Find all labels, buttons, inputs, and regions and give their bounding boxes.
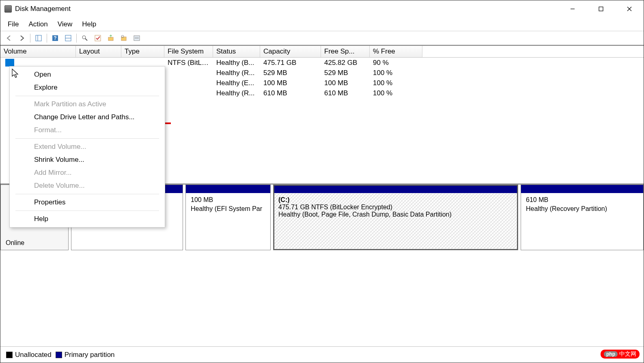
- separator: [76, 34, 77, 43]
- ctx-add-mirror: Add Mirror...: [10, 166, 165, 179]
- menu-help[interactable]: Help: [78, 19, 100, 30]
- cell-freesp: 425.82 GB: [321, 59, 370, 67]
- col-capacity[interactable]: Capacity: [260, 46, 321, 57]
- ctx-change-letter[interactable]: Change Drive Letter and Paths...: [10, 111, 165, 124]
- disk-status: Online: [6, 239, 63, 247]
- partition-size: 610 MB: [526, 196, 638, 205]
- legend-unallocated: Unallocated: [6, 351, 52, 359]
- col-status[interactable]: Status: [213, 46, 260, 57]
- ctx-mark-active: Mark Partition as Active: [10, 98, 165, 111]
- swatch-primary-icon: [56, 352, 62, 358]
- cell-pctfree: 100 %: [370, 79, 422, 87]
- titlebar: Disk Management: [0, 0, 644, 17]
- partition-title: (C:): [278, 196, 513, 204]
- partition-stripe: [521, 185, 643, 193]
- menu-action[interactable]: Action: [24, 19, 52, 30]
- svg-rect-1: [599, 7, 603, 11]
- cell-status: Healthy (B...: [213, 59, 260, 67]
- svg-rect-13: [108, 37, 113, 41]
- legend-primary: Primary partition: [56, 351, 115, 359]
- partition-health: Healthy (Boot, Page File, Crash Dump, Ba…: [278, 211, 513, 218]
- partition-recovery-2[interactable]: 610 MB Healthy (Recovery Partition): [521, 185, 644, 250]
- cell-volume: [0, 59, 76, 67]
- cell-capacity: 475.71 GB: [260, 59, 321, 67]
- cursor-icon: [12, 69, 20, 81]
- partition-health: Healthy (EFI System Par: [191, 205, 265, 213]
- panel-icon[interactable]: [62, 32, 74, 44]
- window-controls: [558, 0, 644, 17]
- col-pctfree[interactable]: % Free: [370, 46, 422, 57]
- cell-freesp: 100 MB: [321, 79, 370, 87]
- cell-capacity: 529 MB: [260, 69, 321, 77]
- partition-c-drive[interactable]: (C:) 475.71 GB NTFS (BitLocker Encrypted…: [273, 185, 518, 250]
- partition-size: 100 MB: [191, 196, 265, 205]
- cell-status: Healthy (R...: [213, 69, 260, 77]
- col-freesp[interactable]: Free Sp...: [321, 46, 370, 57]
- partition-efi[interactable]: 100 MB Healthy (EFI System Par: [185, 185, 271, 250]
- svg-line-11: [85, 39, 87, 41]
- watermark-badge: php: [604, 351, 618, 357]
- col-type[interactable]: Type: [121, 46, 164, 57]
- ctx-separator: [15, 194, 159, 194]
- ctx-extend: Extend Volume...: [10, 140, 165, 153]
- close-button[interactable]: [615, 0, 644, 17]
- ctx-delete: Delete Volume...: [10, 179, 165, 192]
- partition-size: 475.71 GB NTFS (BitLocker Encrypted): [278, 204, 513, 211]
- help-icon[interactable]: ?: [49, 32, 61, 44]
- svg-rect-12: [95, 35, 101, 41]
- ctx-separator: [15, 210, 159, 211]
- window-title: Disk Management: [15, 5, 71, 13]
- context-menu: Open Explore Mark Partition as Active Ch…: [9, 66, 165, 228]
- attach-vhd-icon[interactable]: [118, 32, 130, 44]
- legend: Unallocated Primary partition: [0, 346, 644, 363]
- app-icon: [4, 5, 12, 13]
- cell-status: Healthy (E...: [213, 79, 260, 87]
- partition-stripe: [274, 185, 518, 193]
- cell-capacity: 610 MB: [260, 89, 321, 97]
- show-hide-console-tree-icon[interactable]: [32, 32, 45, 44]
- cell-pctfree: 90 %: [370, 59, 422, 67]
- ctx-explore[interactable]: Explore: [10, 81, 165, 94]
- cell-freesp: 529 MB: [321, 69, 370, 77]
- partition-stripe: [186, 185, 270, 193]
- ctx-properties[interactable]: Properties: [10, 196, 165, 209]
- forward-button[interactable]: [16, 32, 28, 44]
- ctx-separator: [15, 138, 159, 139]
- separator: [47, 34, 47, 43]
- menu-file[interactable]: File: [4, 19, 23, 30]
- cell-status: Healthy (R...: [213, 89, 260, 97]
- volume-header: Volume Layout Type File System Status Ca…: [0, 46, 644, 58]
- watermark-text: 中文网: [619, 350, 636, 358]
- menu-view[interactable]: View: [54, 19, 77, 30]
- svg-point-10: [82, 36, 86, 39]
- svg-rect-4: [36, 35, 41, 41]
- properties-icon[interactable]: [131, 32, 143, 44]
- maximize-button[interactable]: [587, 0, 615, 17]
- col-layout[interactable]: Layout: [76, 46, 121, 57]
- cell-pctfree: 100 %: [370, 69, 422, 77]
- ctx-format: Format...: [10, 124, 165, 137]
- ctx-separator: [15, 96, 159, 96]
- rescan-disks-icon[interactable]: [105, 32, 117, 44]
- ctx-shrink[interactable]: Shrink Volume...: [10, 153, 165, 166]
- cell-filesys: NTFS (BitLo...: [164, 59, 213, 67]
- watermark: php 中文网: [601, 350, 640, 359]
- cell-freesp: 610 MB: [321, 89, 370, 97]
- cell-capacity: 100 MB: [260, 79, 321, 87]
- cell-pctfree: 100 %: [370, 89, 422, 97]
- svg-rect-16: [134, 36, 140, 41]
- back-button[interactable]: [3, 32, 15, 44]
- ctx-open[interactable]: Open: [10, 68, 165, 81]
- menubar: File Action View Help: [0, 17, 644, 31]
- minimize-button[interactable]: [558, 0, 587, 17]
- separator: [30, 34, 30, 43]
- col-filesys[interactable]: File System: [164, 46, 213, 57]
- partition-health: Healthy (Recovery Partition): [526, 205, 638, 213]
- refresh-icon[interactable]: [79, 32, 91, 44]
- svg-text:?: ?: [54, 35, 56, 41]
- toolbar: ?: [0, 31, 644, 45]
- col-volume[interactable]: Volume: [0, 46, 76, 57]
- ctx-help[interactable]: Help: [10, 213, 165, 226]
- check-icon[interactable]: [92, 32, 104, 44]
- swatch-unallocated-icon: [6, 352, 13, 358]
